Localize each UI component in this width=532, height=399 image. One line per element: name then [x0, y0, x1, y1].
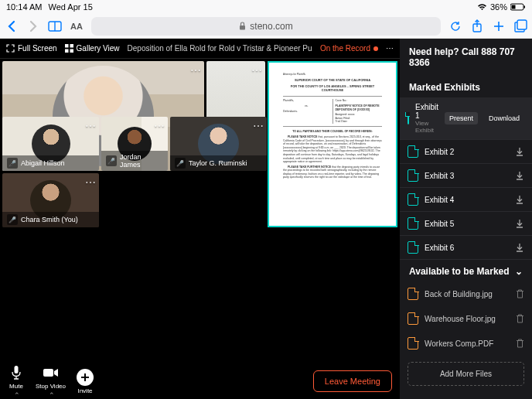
tile-more-button[interactable]: ⋯: [85, 120, 96, 132]
tabs-button[interactable]: [513, 19, 527, 33]
record-label: On the Record: [320, 44, 370, 53]
add-more-files-button[interactable]: Add More Files: [408, 362, 524, 386]
conference-top-bar: Full Screen Gallery View Deposition of E…: [0, 39, 400, 59]
tile-more-button[interactable]: ⋯: [154, 120, 165, 132]
tile-more-button[interactable]: ⋯: [85, 176, 96, 189]
participant-name: Chara Smith (You): [21, 216, 78, 223]
exhibits-sidebar: Need help? Call 888 707 8366 Marked Exhi…: [400, 39, 532, 399]
mic-icon: [8, 364, 25, 381]
svg-rect-18: [43, 369, 53, 377]
fullscreen-button[interactable]: Full Screen: [6, 44, 57, 53]
new-tab-button[interactable]: [492, 19, 506, 33]
case-title: Deposition of Ella Rold for Rold v Trist…: [128, 44, 312, 53]
share-button[interactable]: [470, 19, 484, 33]
trash-icon[interactable]: [516, 289, 524, 298]
svg-rect-2: [524, 6, 526, 9]
gallery-view-button[interactable]: Gallery View: [65, 44, 120, 53]
stop-video-label: Stop Video: [36, 383, 66, 390]
exhibit-name: Exhibit 4: [425, 196, 509, 204]
doc-court-line2: FOR THE COUNTY OF LOS ANGELES – SPRING S…: [283, 84, 382, 92]
present-button[interactable]: Present: [445, 112, 478, 124]
url-bar[interactable]: steno.com: [91, 17, 441, 36]
file-item[interactable]: Warehouse Floor.jpg: [400, 306, 532, 331]
file-icon: [408, 288, 418, 300]
reader-button[interactable]: AA: [70, 19, 84, 33]
file-icon: [408, 337, 418, 350]
file-item[interactable]: Back of Building.jpg: [400, 281, 532, 306]
available-header[interactable]: Available to be Marked⌄: [400, 260, 532, 281]
grid-icon: [65, 44, 73, 53]
browser-toolbar: AA steno.com: [0, 14, 532, 39]
file-item[interactable]: Workers Comp.PDF: [400, 331, 532, 356]
video-tile-self[interactable]: ⋯ 🎤Chara Smith (You): [2, 173, 99, 227]
forward-button[interactable]: [26, 19, 40, 33]
svg-rect-17: [15, 366, 19, 373]
invite-label: Invite: [77, 387, 92, 394]
file-name: Warehouse Floor.jpg: [425, 315, 510, 323]
doc-further: PLEASE TAKE FURTHER NOTICE: [288, 165, 331, 169]
stop-video-button[interactable]: Stop Video⌃: [36, 364, 66, 399]
download-icon[interactable]: [515, 243, 524, 252]
svg-rect-1: [512, 5, 516, 9]
exhibit-item[interactable]: Exhibit 1 View Exhibit Present Download: [400, 97, 532, 140]
tile-more-button[interactable]: ⋯: [190, 64, 201, 77]
participant-name: Jordan James: [120, 153, 163, 169]
status-time: 10:14 AM: [6, 2, 42, 12]
exhibit-item[interactable]: Exhibit 4: [400, 188, 532, 212]
exhibit-name: Exhibit 5: [425, 220, 509, 228]
download-button[interactable]: Download: [484, 112, 524, 124]
record-dot-icon: [373, 46, 378, 51]
mic-icon: 🎤: [175, 158, 186, 169]
file-icon: [408, 112, 409, 124]
shared-document-tile[interactable]: Attorneys for Plaintiffs SUPERIOR COURT …: [268, 61, 397, 227]
wifi-icon: [477, 3, 487, 11]
battery-icon: [510, 3, 526, 11]
exhibit-item[interactable]: Exhibit 6: [400, 236, 532, 260]
conference-controls: Mute⌃ Stop Video⌃ Invite Leave Meeting: [0, 363, 400, 399]
download-icon[interactable]: [515, 195, 524, 204]
mute-button[interactable]: Mute⌃: [8, 364, 25, 399]
ipad-status-bar: 10:14 AM Wed Apr 15 36%: [0, 0, 532, 14]
svg-rect-10: [517, 20, 527, 29]
reload-button[interactable]: [448, 19, 462, 33]
trash-icon[interactable]: [516, 314, 524, 323]
video-tile[interactable]: ⋯ 🎤Jordan James: [101, 117, 168, 171]
exhibit-sublabel: View Exhibit: [415, 120, 438, 134]
doc-court-line1: SUPERIOR COURT OF THE STATE OF CALIFORNI…: [283, 78, 382, 82]
marked-exhibits-header: Marked Exhibits: [400, 76, 532, 97]
video-tile[interactable]: ⋯ 🎤Taylor G. Ruminski: [170, 117, 267, 171]
mic-icon: 🎤: [7, 158, 18, 169]
topbar-more-button[interactable]: ⋯: [386, 44, 394, 53]
leave-meeting-button[interactable]: Leave Meeting: [313, 370, 392, 392]
exhibit-name: Exhibit 2: [425, 148, 509, 156]
doc-notice: PLEASE TAKE NOTICE: [288, 135, 317, 138]
on-record-indicator: On the Record: [320, 44, 378, 53]
tile-more-button[interactable]: ⋯: [253, 120, 264, 132]
gallery-label: Gallery View: [77, 44, 120, 53]
file-icon: [408, 241, 418, 254]
fullscreen-icon: [6, 44, 15, 53]
bookmarks-button[interactable]: [48, 19, 62, 33]
exhibit-name: Exhibit 1: [415, 103, 438, 120]
video-tile[interactable]: ⋯ 🎤Abigail Hillson: [2, 117, 99, 171]
help-text: Need help? Call 888 707 8366: [400, 39, 532, 76]
svg-rect-11: [65, 44, 69, 48]
participant-name: Taylor G. Ruminski: [189, 159, 247, 167]
trash-icon[interactable]: [516, 339, 524, 348]
doc-heading: TO ALL PARTIES AND THEIR COUNSEL OF RECO…: [283, 130, 382, 134]
file-name: Back of Building.jpg: [425, 290, 510, 298]
download-icon[interactable]: [515, 171, 524, 180]
plus-icon: [77, 369, 94, 386]
exhibit-item[interactable]: Exhibit 3: [400, 164, 532, 188]
back-button[interactable]: [5, 19, 19, 33]
status-date: Wed Apr 15: [48, 2, 92, 12]
url-text: steno.com: [250, 21, 292, 32]
svg-rect-5: [240, 26, 245, 30]
download-icon[interactable]: [515, 219, 524, 228]
invite-button[interactable]: Invite: [77, 369, 94, 394]
exhibit-item[interactable]: Exhibit 5: [400, 212, 532, 236]
tile-more-button[interactable]: ⋯: [251, 64, 262, 77]
file-icon: [408, 312, 418, 325]
exhibit-item[interactable]: Exhibit 2: [400, 140, 532, 164]
download-icon[interactable]: [515, 147, 524, 156]
